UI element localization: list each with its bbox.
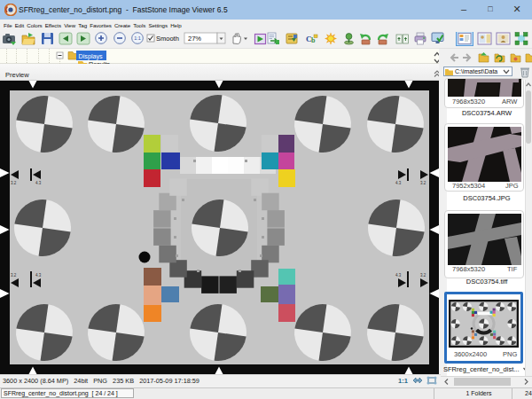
svg-text:4.3: 4.3 [395,181,402,185]
svg-text:4.3: 4.3 [35,181,42,185]
svg-text:Displays: Displays [79,52,104,60]
svg-text:3.2: 3.2 [11,181,17,185]
svg-text:3.2: 3.2 [420,273,426,278]
svg-text:4.3: 4.3 [35,273,42,278]
svg-text:27%: 27% [188,35,201,43]
svg-text:Smooth: Smooth [156,35,179,43]
svg-text:3.2: 3.2 [11,273,17,278]
svg-text:4.3: 4.3 [395,273,402,278]
svg-text:3.2: 3.2 [420,181,426,185]
svg-text:1:1: 1:1 [134,35,141,41]
